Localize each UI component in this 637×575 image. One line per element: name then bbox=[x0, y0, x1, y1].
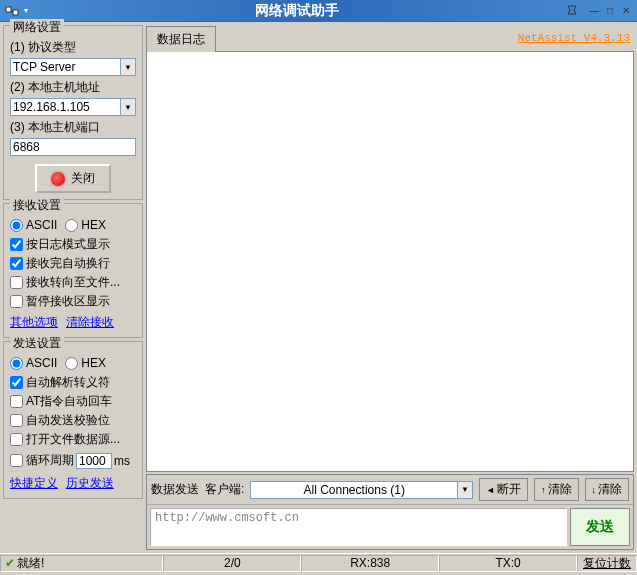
send-cycle-unit: ms bbox=[114, 454, 130, 468]
port-input[interactable] bbox=[10, 138, 136, 156]
send-input[interactable] bbox=[150, 508, 567, 546]
send-settings-group: 发送设置 ASCII HEX 自动解析转义符 AT指令自动回车 自动发送校验位 … bbox=[3, 341, 143, 499]
status-rx: RX:838 bbox=[301, 555, 439, 572]
recv-tofile-check[interactable]: 接收转向至文件... bbox=[10, 274, 136, 291]
recv-pause-check[interactable]: 暂停接收区显示 bbox=[10, 293, 136, 310]
send-checksum-check[interactable]: 自动发送校验位 bbox=[10, 412, 136, 429]
ready-icon: ✔ bbox=[5, 556, 15, 570]
log-textarea[interactable] bbox=[146, 52, 634, 472]
app-title: 网络调试助手 bbox=[28, 2, 565, 20]
send-cycle-check[interactable]: 循环周期 bbox=[10, 452, 74, 469]
clear2-button[interactable]: ↓清除 bbox=[585, 478, 630, 501]
recv-other-link[interactable]: 其他选项 bbox=[10, 314, 58, 331]
svg-rect-1 bbox=[13, 10, 18, 15]
recv-hex-radio[interactable]: HEX bbox=[65, 218, 106, 232]
recv-autonewline-check[interactable]: 接收完自动换行 bbox=[10, 255, 136, 272]
client-label: 客户端: bbox=[205, 481, 244, 498]
host-dropdown-button[interactable]: ▼ bbox=[120, 98, 136, 116]
pin-icon[interactable] bbox=[565, 3, 581, 19]
close-button-label: 关闭 bbox=[71, 170, 95, 187]
arrow-down2-icon: ↓ bbox=[592, 485, 597, 495]
send-hex-radio[interactable]: HEX bbox=[65, 356, 106, 370]
send-button[interactable]: 发送 bbox=[570, 508, 630, 546]
send-ascii-radio[interactable]: ASCII bbox=[10, 356, 57, 370]
disconnect-button[interactable]: ◄断开 bbox=[479, 478, 528, 501]
reset-counter-button[interactable]: 复位计数 bbox=[577, 555, 637, 572]
send-shortcut-link[interactable]: 快捷定义 bbox=[10, 475, 58, 492]
recv-ascii-radio[interactable]: ASCII bbox=[10, 218, 57, 232]
send-history-link[interactable]: 历史发送 bbox=[66, 475, 114, 492]
protocol-label: (1) 协议类型 bbox=[10, 39, 136, 56]
recv-clear-link[interactable]: 清除接收 bbox=[66, 314, 114, 331]
host-label: (2) 本地主机地址 bbox=[10, 79, 136, 96]
clear-button[interactable]: ↑清除 bbox=[534, 478, 579, 501]
close-connection-button[interactable]: 关闭 bbox=[35, 164, 111, 193]
minimize-button[interactable]: — bbox=[587, 4, 601, 18]
send-escape-check[interactable]: 自动解析转义符 bbox=[10, 374, 136, 391]
send-panel: 数据发送 客户端: ▼ ◄断开 ↑清除 ↓清除 发送 bbox=[146, 474, 634, 550]
send-cycle-input[interactable] bbox=[76, 453, 112, 469]
arrow-down-icon: ↑ bbox=[541, 485, 546, 495]
send-panel-label: 数据发送 bbox=[151, 481, 199, 498]
network-settings-group: 网络设置 (1) 协议类型 ▼ (2) 本地主机地址 ▼ (3) 本地主机端口 … bbox=[3, 25, 143, 200]
status-counts: 2/0 bbox=[163, 555, 301, 572]
svg-rect-0 bbox=[6, 7, 11, 12]
tab-datalog[interactable]: 数据日志 bbox=[146, 26, 216, 52]
port-label: (3) 本地主机端口 bbox=[10, 119, 136, 136]
statusbar: ✔就绪! 2/0 RX:838 TX:0 复位计数 bbox=[0, 553, 637, 572]
status-ready: 就绪! bbox=[17, 555, 44, 572]
network-settings-title: 网络设置 bbox=[10, 19, 64, 36]
send-openfile-check[interactable]: 打开文件数据源... bbox=[10, 431, 136, 448]
close-window-button[interactable]: ✕ bbox=[619, 4, 633, 18]
version-label[interactable]: NetAssist V4.3.13 bbox=[518, 32, 630, 44]
recv-settings-group: 接收设置 ASCII HEX 按日志模式显示 接收完自动换行 接收转向至文件..… bbox=[3, 203, 143, 338]
connection-dropdown-button[interactable]: ▼ bbox=[457, 481, 473, 499]
send-atcr-check[interactable]: AT指令自动回车 bbox=[10, 393, 136, 410]
send-settings-title: 发送设置 bbox=[10, 335, 64, 352]
status-tx: TX:0 bbox=[439, 555, 577, 572]
titlebar: ▾ 网络调试助手 — □ ✕ bbox=[0, 0, 637, 22]
host-input[interactable] bbox=[10, 98, 120, 116]
tab-header: 数据日志 NetAssist V4.3.13 bbox=[146, 25, 634, 52]
connection-select[interactable] bbox=[250, 481, 457, 499]
recv-settings-title: 接收设置 bbox=[10, 197, 64, 214]
protocol-select[interactable] bbox=[10, 58, 120, 76]
app-icon bbox=[4, 3, 20, 19]
recv-logmode-check[interactable]: 按日志模式显示 bbox=[10, 236, 136, 253]
protocol-dropdown-button[interactable]: ▼ bbox=[120, 58, 136, 76]
status-dot-icon bbox=[51, 172, 65, 186]
arrow-left-icon: ◄ bbox=[486, 485, 495, 495]
maximize-button[interactable]: □ bbox=[603, 4, 617, 18]
